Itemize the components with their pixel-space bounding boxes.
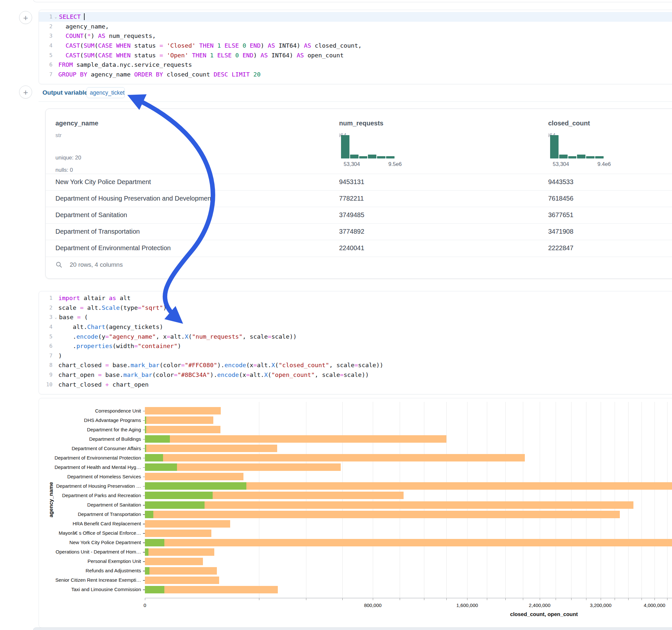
y-tick-label: Department of Sanitation bbox=[87, 502, 141, 508]
closed-count-bar[interactable] bbox=[145, 501, 633, 509]
python-line[interactable]: 2scale = alt.Scale(type="sqrt") bbox=[39, 303, 672, 313]
table-row[interactable]: New York City Police Department945313194… bbox=[46, 174, 672, 191]
y-tick-label: Personal Exemption Unit bbox=[88, 558, 141, 564]
open-count-bar[interactable] bbox=[145, 463, 177, 471]
closed-count-bar[interactable] bbox=[145, 577, 219, 584]
gridline bbox=[400, 402, 400, 598]
python-line[interactable]: 6 .properties(width="container") bbox=[39, 341, 672, 351]
gridline bbox=[373, 402, 373, 598]
sql-line[interactable]: 5 CAST(SUM(CASE WHEN status = 'Open' THE… bbox=[39, 50, 672, 60]
closed-count-bar[interactable] bbox=[145, 567, 217, 575]
sql-line[interactable]: 3 COUNT(*) AS num_requests, bbox=[39, 31, 672, 41]
closed-count-bar[interactable] bbox=[145, 473, 243, 480]
line-number: 3 bbox=[42, 33, 52, 39]
sql-code-editor[interactable]: 1⌄SELECT2 agency_name,3 COUNT(*) AS num_… bbox=[39, 10, 672, 81]
search-icon[interactable] bbox=[55, 261, 63, 268]
open-count-bar[interactable] bbox=[145, 416, 146, 424]
python-line[interactable]: 1import altair as alt bbox=[39, 293, 672, 303]
open-count-bar[interactable] bbox=[145, 445, 146, 452]
histogram-bar bbox=[586, 156, 595, 159]
open-count-bar[interactable] bbox=[145, 501, 205, 509]
histogram-bar bbox=[341, 135, 350, 159]
open-count-bar[interactable] bbox=[145, 548, 148, 556]
fold-chevron-icon[interactable]: ⌄ bbox=[53, 315, 58, 319]
closed-count-bar[interactable] bbox=[145, 445, 277, 452]
closed-count-bar[interactable] bbox=[145, 586, 278, 593]
column-histogram bbox=[550, 135, 604, 159]
closed-count-bar[interactable] bbox=[145, 426, 220, 433]
python-line[interactable]: 8chart_closed = base.mark_bar(color="#FF… bbox=[39, 360, 672, 370]
python-line[interactable]: 4 alt.Chart(agency_tickets) bbox=[39, 322, 672, 332]
y-tick-label: DHS Advantage Programs bbox=[84, 417, 141, 423]
closed-count-bar[interactable] bbox=[145, 407, 221, 414]
python-line[interactable]: 9chart_open = base.mark_bar(color="#8BC3… bbox=[39, 370, 672, 380]
y-tick-label: Department of Parks and Recreation bbox=[62, 492, 141, 498]
table-row[interactable]: Department of Transportation377489234719… bbox=[46, 223, 672, 240]
open-count-bar[interactable] bbox=[145, 492, 213, 499]
open-count-bar[interactable] bbox=[145, 511, 153, 518]
closed-count-bar[interactable] bbox=[145, 511, 620, 518]
column-stat: nulls: 0 bbox=[55, 167, 73, 173]
sql-line[interactable]: 2 agency_name, bbox=[39, 22, 672, 31]
closed-count-bar[interactable] bbox=[145, 558, 203, 565]
open-count-bar[interactable] bbox=[145, 586, 164, 593]
sql-cell[interactable]: 1⌄SELECT2 agency_name,3 COUNT(*) AS num_… bbox=[39, 10, 672, 84]
python-line[interactable]: 10chart_closed + chart_open bbox=[39, 380, 672, 389]
open-count-bar[interactable] bbox=[145, 567, 149, 575]
sql-line[interactable]: 6FROM sample_data.nyc.service_requests bbox=[39, 60, 672, 70]
column-header[interactable]: num_requests bbox=[339, 120, 383, 127]
closed-count-bar[interactable] bbox=[145, 416, 213, 424]
x-tick bbox=[556, 598, 556, 600]
line-number: 7 bbox=[42, 71, 52, 77]
closed-count-bar[interactable] bbox=[145, 548, 214, 556]
histogram-bar bbox=[550, 135, 558, 159]
output-variable-input[interactable]: agency_tickets bbox=[87, 87, 125, 98]
closed-count-bar[interactable] bbox=[145, 454, 525, 461]
add-cell-button-top[interactable]: + bbox=[19, 11, 32, 24]
histogram-bar bbox=[350, 154, 359, 159]
gridline bbox=[306, 402, 306, 598]
previous-cell-edge bbox=[33, 0, 672, 2]
gridline bbox=[642, 402, 642, 598]
python-line[interactable]: 5 .encode(y="agency_name", x=alt.X("num_… bbox=[39, 332, 672, 341]
y-tick-label: New York City Police Department bbox=[69, 539, 141, 545]
python-cell[interactable]: 1import altair as alt2scale = alt.Scale(… bbox=[39, 291, 672, 394]
y-tick-label: Department of Buildings bbox=[89, 436, 141, 442]
x-tick-label: 1,600,000 bbox=[456, 602, 478, 608]
x-tick-label: 2,400,000 bbox=[529, 602, 550, 608]
gridline bbox=[615, 402, 615, 598]
python-code-editor[interactable]: 1import altair as alt2scale = alt.Scale(… bbox=[39, 291, 672, 391]
y-tick-label: Senior Citizen Rent Increase Exempti… bbox=[55, 577, 141, 583]
table-cell: 2240041 bbox=[339, 244, 364, 252]
table-row[interactable]: Department of Sanitation37494853677651 bbox=[46, 207, 672, 224]
table-row[interactable]: Department of Environmental Protection22… bbox=[46, 240, 672, 257]
closed-count-bar[interactable] bbox=[145, 520, 230, 528]
closed-count-bar[interactable] bbox=[145, 435, 447, 443]
open-count-bar[interactable] bbox=[145, 435, 170, 443]
table-row[interactable]: Department of Housing Preservation and D… bbox=[46, 190, 672, 207]
sql-line[interactable]: 4 CAST(SUM(CASE WHEN status = 'Closed' T… bbox=[39, 41, 672, 51]
python-line[interactable]: 3⌄base = ( bbox=[39, 312, 672, 322]
notebook-page: + + 1⌄SELECT2 agency_name,3 COUNT(*) AS … bbox=[0, 0, 672, 630]
closed-count-bar[interactable] bbox=[145, 539, 672, 547]
histogram-min-label: 53,304 bbox=[553, 161, 569, 167]
sql-line[interactable]: 7GROUP BY agency_name ORDER BY closed_co… bbox=[39, 70, 672, 79]
open-count-bar[interactable] bbox=[145, 454, 163, 461]
code-text: chart_closed = base.mark_bar(color="#FFC… bbox=[58, 362, 383, 368]
y-tick-label: Department of Health and Mental Hyg… bbox=[54, 464, 141, 470]
sql-line[interactable]: 1⌄SELECT bbox=[39, 12, 672, 22]
python-line[interactable]: 7) bbox=[39, 351, 672, 361]
fold-chevron-icon[interactable]: ⌄ bbox=[53, 15, 58, 19]
closed-count-bar[interactable] bbox=[145, 530, 211, 537]
add-cell-button-middle[interactable]: + bbox=[19, 86, 32, 98]
table-row-count: 20 rows, 4 columns bbox=[70, 261, 123, 268]
column-header[interactable]: closed_count bbox=[548, 120, 590, 127]
open-count-bar[interactable] bbox=[145, 426, 146, 433]
column-header[interactable]: agency_name bbox=[55, 120, 98, 127]
open-count-bar[interactable] bbox=[145, 482, 246, 490]
gridline bbox=[556, 402, 556, 598]
line-number: 6 bbox=[42, 62, 52, 68]
open-count-bar[interactable] bbox=[145, 539, 164, 547]
x-tick bbox=[523, 598, 523, 600]
line-number: 4 bbox=[42, 43, 52, 49]
